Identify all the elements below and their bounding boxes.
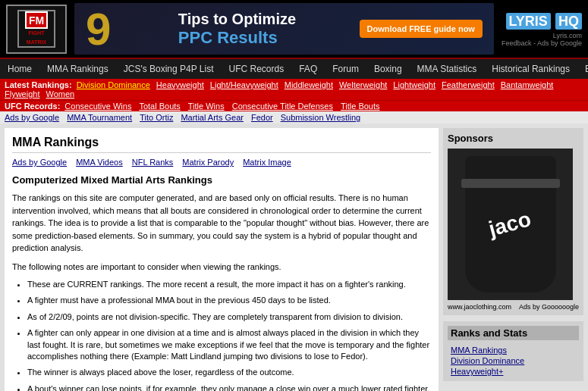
sponsors-title: Sponsors [448,133,579,144]
logo-inner: FM FIGHT MATRIX [17,10,55,48]
ads-link-tito-ortiz[interactable]: Tito Ortiz [140,113,173,122]
content-bullet: A fighter must have a professional MMA b… [27,295,431,306]
logo-icon: FM [25,11,48,29]
ads-link-martial-arts-gear[interactable]: Martial Arts Gear [181,113,244,122]
rank-link-division-dominance[interactable]: Division Dominance [448,355,579,366]
logo-matrix: MATRIX [27,39,46,45]
ufc-link-title-bouts[interactable]: Title Bouts [341,102,380,111]
banner-tips: Tips to Optimize [178,11,296,28]
ads-link-fedor[interactable]: Fedor [251,113,273,122]
ads-bar: Ads by GoogleMMA TournamentTito OrtizMar… [0,111,588,124]
banner-ppc: PPC Results [178,28,296,48]
content-link-matrix-parody[interactable]: Matrix Parody [182,158,234,167]
content-area: MMA Rankings Ads by GoogleMMA VideosNFL … [5,128,439,391]
ranks-box: Ranks and Stats MMA RankingsDivision Dom… [443,321,583,381]
banner-ad: 9 Tips to Optimize PPC Results Download … [74,3,494,55]
ranking-link-light/heavyweight[interactable]: Light/Heavyweight [210,80,278,89]
ranking-link-middleweight[interactable]: Middleweight [285,80,333,89]
nav-item-jcs's-boxing-p4p-list[interactable]: JCS's Boxing P4P List [116,59,222,79]
rank-link-mma-rankings[interactable]: MMA Rankings [448,345,579,355]
nav-item-forum[interactable]: Forum [325,59,366,79]
sponsor-url: www.jaoclothing.com [448,303,511,311]
nav-item-faq[interactable]: FAQ [291,59,325,79]
nav-item-boxing[interactable]: Boxing [366,59,410,79]
sponsor-ads-label: Ads by Goooooogle [519,303,579,311]
ads-link-mma-tournament[interactable]: MMA Tournament [67,113,132,122]
nav-item-mma-rankings[interactable]: MMA Rankings [39,59,116,79]
content-bullets: These are CURRENT rankings. The more rec… [27,279,431,391]
nav-item-mma-statistics[interactable]: MMA Statistics [410,59,485,79]
ranking-link-flyweight[interactable]: Flyweight [5,89,39,99]
rank-link-heavyweight+[interactable]: Heavyweight+ [448,366,579,377]
sponsors-box: Sponsors jaco www.jaoclothing.com Ads by… [443,128,583,315]
ufc-link-title-wins[interactable]: Title Wins [188,102,225,111]
lyris-url: Lyris.com [553,32,582,39]
content-link-mma-videos[interactable]: MMA Videos [76,158,123,167]
logo-fight: FIGHT [29,30,45,36]
ufc-records-bar: UFC Records: Consecutive WinsTotal Bouts… [0,100,588,111]
lyris-hq: HQ [555,13,582,30]
shorts-brand: jaco [486,207,533,241]
ads-link-ads-by-google[interactable]: Ads by Google [5,113,59,122]
ufc-link-consecutive-title-defenses[interactable]: Consecutive Title Defenses [232,102,333,111]
ranking-link-division-dominance[interactable]: Division Dominance [77,80,150,89]
sidebar: Sponsors jaco www.jaoclothing.com Ads by… [443,128,583,391]
feedback-text: Feedback - Ads by Google [502,39,582,47]
logo-box: FM FIGHT MATRIX [6,5,67,54]
content-bullet: The winner is always placed above the lo… [27,367,431,378]
ranking-link-bantamweight[interactable]: Bantamweight [501,80,554,89]
shorts-belt [461,179,560,188]
nav-item-ufc-records[interactable]: UFC Records [222,59,292,79]
ufc-label: UFC Records: [5,102,60,111]
banner-nine: 9 [86,3,111,55]
content-links: Ads by GoogleMMA VideosNFL RanksMatrix P… [12,158,431,167]
ranking-link-welterweight[interactable]: Welterweight [339,80,387,89]
content-bullet: As of 2/2/09, points are not division-sp… [27,311,431,323]
main-layout: MMA Rankings Ads by GoogleMMA VideosNFL … [0,124,588,391]
banner-download-button[interactable]: Download FREE guide now [360,20,483,38]
content-paragraph: The rankings on this site are computer g… [12,192,431,255]
content-title: MMA Rankings [12,136,431,153]
sponsor-image: jaco [448,149,573,300]
header-right: LYRIS HQ Lyris.com Feedback - Ads by Goo… [502,11,582,47]
ads-link-submission-wrestling[interactable]: Submission Wrestling [281,113,361,122]
ranking-link-women[interactable]: Women [46,89,74,99]
rankings-bar: Latest Rankings: Division DominanceHeavy… [0,79,588,100]
ranking-link-lightweight[interactable]: Lightweight [393,80,435,89]
content-link-matrix-image[interactable]: Matrix Image [243,158,291,167]
nav-item-event-reviews[interactable]: Event Reviews [577,59,588,79]
ranking-link-heavyweight[interactable]: Heavyweight [156,80,204,89]
content-link-nfl-ranks[interactable]: NFL Ranks [132,158,174,167]
content-paragraph: The following notes are important to con… [12,261,431,274]
content-bullet: These are CURRENT rankings. The more rec… [27,279,431,290]
logo-letters: FM [29,14,44,27]
content-bullet: A bout's winner can lose points, if for … [27,383,431,391]
site-header: FM FIGHT MATRIX 9 Tips to Optimize PPC R… [0,0,588,59]
shorts-visual: jaco [465,156,556,292]
banner-text: Tips to Optimize PPC Results [178,11,296,48]
nav-item-historical-rankings[interactable]: Historical Rankings [484,59,577,79]
content-subtitle: Computerized Mixed Martial Arts Rankings [12,174,431,186]
main-nav: HomeMMA RankingsJCS's Boxing P4P ListUFC… [0,59,588,79]
ranking-link-featherweight[interactable]: Featherweight [442,80,495,89]
content-link-ads-by-google[interactable]: Ads by Google [12,158,67,167]
nav-item-home[interactable]: Home [0,59,39,79]
rankings-label: Latest Rankings: [5,80,72,89]
ranks-title: Ranks and Stats [448,326,579,340]
lyris-logo: LYRIS HQ [506,11,582,30]
ufc-link-consecutive-wins[interactable]: Consecutive Wins [64,102,131,111]
content-bullet: A fighter can only appear in one divisio… [27,327,431,362]
ufc-link-total-bouts[interactable]: Total Bouts [139,102,180,111]
content-body: The rankings on this site are computer g… [12,192,431,391]
lyris-text: LYRIS [506,13,551,30]
